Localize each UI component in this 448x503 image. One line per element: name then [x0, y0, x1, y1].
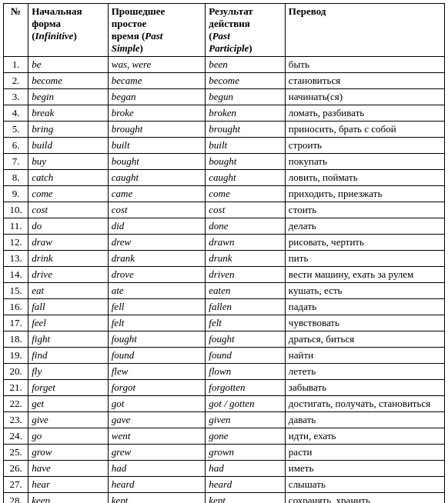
cell-num: 9. [4, 186, 28, 202]
cell-past-simple: built [108, 138, 206, 154]
cell-num: 2. [4, 73, 28, 89]
cell-translation: приходить, приезжать [285, 186, 444, 202]
cell-infinitive: give [28, 412, 109, 428]
cell-past-participle: cost [206, 202, 286, 218]
table-row: 14.drivedrovedrivenвести машину, ехать з… [4, 267, 445, 283]
cell-past-simple: grew [108, 445, 206, 461]
cell-num: 12. [4, 235, 28, 251]
cell-past-participle: kept [206, 493, 286, 504]
cell-infinitive: eat [28, 283, 109, 299]
cell-past-participle: brought [206, 122, 286, 138]
cell-translation: ломать, разбивать [285, 105, 444, 122]
cell-num: 15. [4, 283, 28, 299]
cell-past-participle: become [206, 73, 286, 89]
cell-num: 21. [4, 380, 28, 396]
cell-infinitive: break [28, 105, 109, 122]
cell-num: 25. [4, 445, 28, 461]
header-translation: Перевод [285, 4, 444, 57]
cell-num: 6. [4, 138, 28, 154]
cell-past-participle: been [206, 57, 286, 73]
table-row: 5.bringbroughtbroughtприносить, брать с … [4, 122, 445, 138]
cell-num: 23. [4, 412, 28, 428]
table-row: 25.growgrewgrownрасти [4, 445, 445, 461]
cell-infinitive: go [28, 428, 109, 445]
table-row: 4.breakbrokebrokenломать, разбивать [4, 105, 445, 122]
cell-translation: приносить, брать с собой [285, 122, 444, 138]
cell-num: 1. [4, 57, 28, 73]
table-row: 27.hearheardheardслышать [4, 477, 445, 493]
cell-infinitive: find [28, 348, 109, 364]
header-past-participle: Результатдействия(PastParticiple) [206, 4, 286, 57]
cell-past-simple: became [108, 73, 206, 89]
cell-translation: падать [285, 299, 444, 315]
table-row: 18.fightfoughtfoughtдраться, биться [4, 331, 445, 348]
cell-infinitive: keep [28, 493, 109, 504]
cell-translation: ловить, поймать [285, 170, 444, 186]
table-row: 10.costcostcostстоить [4, 202, 445, 218]
cell-past-simple: flew [108, 364, 206, 380]
cell-past-participle: had [206, 461, 286, 477]
table-row: 9.comecamecomeприходить, приезжать [4, 186, 445, 202]
table-row: 23.givegavegivenдавать [4, 412, 445, 428]
cell-num: 16. [4, 299, 28, 315]
table-row: 24.gowentgoneидти, ехать [4, 428, 445, 445]
cell-translation: идти, ехать [285, 428, 444, 445]
cell-past-simple: began [108, 89, 206, 105]
cell-past-simple: fell [108, 299, 206, 315]
cell-past-simple: drove [108, 267, 206, 283]
cell-num: 19. [4, 348, 28, 364]
cell-infinitive: begin [28, 89, 109, 105]
cell-past-simple: broke [108, 105, 206, 122]
cell-translation: лететь [285, 364, 444, 380]
cell-translation: драться, биться [285, 331, 444, 348]
table-row: 16.fallfellfallenпадать [4, 299, 445, 315]
cell-past-simple: heard [108, 477, 206, 493]
cell-past-participle: come [206, 186, 286, 202]
cell-past-participle: fought [206, 331, 286, 348]
cell-past-simple: felt [108, 315, 206, 331]
cell-num: 27. [4, 477, 28, 493]
cell-translation: кушать, есть [285, 283, 444, 299]
table-row: 20.flyflewflownлететь [4, 364, 445, 380]
cell-num: 28. [4, 493, 28, 504]
cell-past-participle: heard [206, 477, 286, 493]
table-row: 26.havehadhadиметь [4, 461, 445, 477]
cell-past-participle: built [206, 138, 286, 154]
cell-num: 14. [4, 267, 28, 283]
cell-past-participle: grown [206, 445, 286, 461]
cell-infinitive: drive [28, 267, 109, 283]
cell-past-simple: came [108, 186, 206, 202]
cell-infinitive: feel [28, 315, 109, 331]
table-row: 2.becomebecamebecomeстановиться [4, 73, 445, 89]
cell-num: 7. [4, 154, 28, 170]
cell-translation: пить [285, 251, 444, 267]
cell-infinitive: fall [28, 299, 109, 315]
cell-infinitive: grow [28, 445, 109, 461]
cell-translation: слышать [285, 477, 444, 493]
cell-translation: строить [285, 138, 444, 154]
cell-num: 22. [4, 396, 28, 412]
table-row: 21.forgetforgotforgottenзабывать [4, 380, 445, 396]
table-row: 8.catchcaughtcaughtловить, поймать [4, 170, 445, 186]
cell-infinitive: be [28, 57, 109, 73]
table-row: 15.eatateeatenкушать, есть [4, 283, 445, 299]
cell-past-participle: eaten [206, 283, 286, 299]
cell-past-participle: felt [206, 315, 286, 331]
cell-past-simple: was, were [108, 57, 206, 73]
cell-infinitive: do [28, 218, 109, 235]
cell-translation: сохранять, хранить [285, 493, 444, 504]
cell-translation: чувствовать [285, 315, 444, 331]
table-row: 12.drawdrewdrawnрисовать, чертить [4, 235, 445, 251]
cell-past-simple: caught [108, 170, 206, 186]
header-num: № [4, 4, 28, 57]
cell-past-participle: got / gotten [206, 396, 286, 412]
cell-past-simple: went [108, 428, 206, 445]
cell-past-simple: found [108, 348, 206, 364]
cell-translation: быть [285, 57, 444, 73]
cell-translation: начинать(ся) [285, 89, 444, 105]
cell-num: 18. [4, 331, 28, 348]
cell-past-participle: driven [206, 267, 286, 283]
cell-past-participle: flown [206, 364, 286, 380]
cell-past-participle: drawn [206, 235, 286, 251]
cell-infinitive: forget [28, 380, 109, 396]
